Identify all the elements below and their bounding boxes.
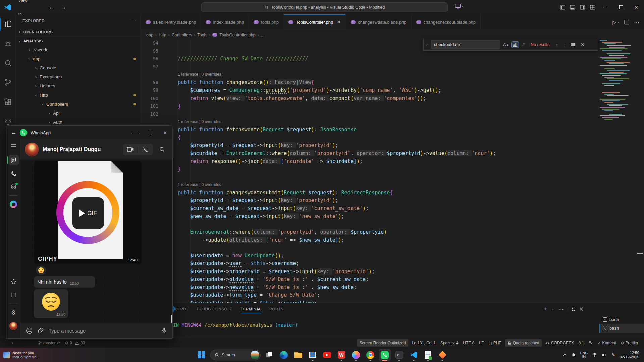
git-branch-item[interactable]: master ⟳ bbox=[36, 339, 63, 347]
wa-archived-tab[interactable] bbox=[6, 288, 20, 302]
status-quota-reached[interactable]: Quota reached bbox=[505, 339, 541, 347]
status-spaces-4[interactable]: Spaces: 4 bbox=[438, 339, 461, 347]
problems-status-item[interactable]: ⊘0 33 bbox=[63, 339, 88, 347]
terminal-app[interactable]: >_ bbox=[393, 349, 405, 361]
wifi-icon[interactable] bbox=[592, 353, 597, 357]
status-8-1[interactable]: 8.1 bbox=[576, 339, 587, 347]
breadcrumb-item[interactable]: app bbox=[146, 33, 153, 37]
minimize-button[interactable]: — bbox=[598, 0, 613, 14]
wa-profile-avatar[interactable] bbox=[6, 319, 20, 333]
activity-run-and-debug[interactable] bbox=[0, 34, 16, 53]
task-view-button[interactable] bbox=[264, 349, 275, 361]
bell-icon[interactable] bbox=[571, 353, 576, 357]
wa-menu-icon[interactable] bbox=[6, 140, 20, 153]
find-input[interactable]: checkoutdate bbox=[431, 40, 500, 49]
activity-source-control[interactable] bbox=[0, 73, 16, 92]
toggle-secondary-sidebar-icon[interactable] bbox=[578, 2, 588, 12]
tree-item-vscode[interactable]: ›.vscode bbox=[16, 45, 141, 54]
customize-layout-icon[interactable] bbox=[588, 2, 598, 12]
open-editors-section[interactable]: ›OPEN EDITORS bbox=[16, 27, 141, 36]
split-editor-icon[interactable] bbox=[624, 20, 629, 25]
tree-item-helpers[interactable]: ›Helpers bbox=[16, 81, 141, 90]
edge-app[interactable] bbox=[278, 349, 289, 361]
status-utf-8[interactable]: UTF-8 bbox=[461, 339, 477, 347]
youtube-app[interactable] bbox=[321, 349, 333, 361]
tab-changeswdate-blade-php[interactable]: changeswdate.blade.php bbox=[346, 14, 412, 30]
tree-item-app[interactable]: ›app bbox=[16, 54, 141, 63]
emoji-picker-icon[interactable] bbox=[26, 327, 33, 334]
wa-back-icon[interactable]: ← bbox=[11, 130, 16, 136]
wa-close-button[interactable]: ✕ bbox=[158, 126, 172, 140]
editor-scrollbar[interactable] bbox=[637, 253, 643, 254]
mic-icon[interactable] bbox=[161, 327, 167, 334]
panel-tab-terminal[interactable]: TERMINAL bbox=[237, 303, 265, 315]
emoji-message[interactable]: 12:50 bbox=[34, 289, 68, 318]
terminal-dropdown-icon[interactable]: ⌄ bbox=[551, 307, 554, 311]
remote-indicator-icon[interactable]: › bbox=[9, 339, 15, 347]
chat-avatar[interactable] bbox=[25, 143, 39, 156]
tab-changecheckout-blade-php[interactable]: changecheckout.blade.php bbox=[412, 14, 481, 30]
restore-button[interactable] bbox=[613, 0, 629, 14]
microsoft-store-app[interactable] bbox=[307, 349, 318, 361]
start-button[interactable] bbox=[196, 349, 207, 361]
find-collapse-icon[interactable]: › bbox=[425, 42, 429, 47]
file-explorer-app[interactable] bbox=[292, 349, 304, 361]
chat-search-icon[interactable] bbox=[155, 144, 168, 155]
breadcrumb-item[interactable]: Controllers bbox=[172, 33, 192, 37]
voice-call-icon[interactable] bbox=[138, 144, 153, 155]
breadcrumb-item[interactable]: Tools bbox=[197, 33, 207, 37]
pen-icon[interactable]: ✎ bbox=[611, 352, 615, 357]
tab-close-icon[interactable]: ✕ bbox=[337, 19, 341, 25]
codelens-reference[interactable]: 1 reference | 0 overrides bbox=[178, 71, 221, 79]
chrome-app[interactable] bbox=[365, 349, 376, 361]
maximize-panel-icon[interactable] bbox=[572, 308, 575, 311]
tray-chevron-up-icon[interactable] bbox=[562, 353, 567, 356]
status-prettier[interactable]: ⊘Prettier bbox=[618, 339, 641, 347]
terminal-entry-bash[interactable]: >_bash bbox=[599, 324, 644, 333]
panel-more-icon[interactable]: ⋯ bbox=[558, 306, 564, 312]
panel-tab-debug-console[interactable]: DEBUG CONSOLE bbox=[193, 303, 236, 315]
minimap[interactable] bbox=[600, 40, 633, 303]
breadcrumb[interactable]: app›Http›Controllers›Tools›ToolsControll… bbox=[141, 30, 644, 39]
wa-starred-tab[interactable] bbox=[6, 275, 20, 288]
message-input[interactable]: Type a message bbox=[49, 328, 157, 334]
activity-search[interactable] bbox=[0, 53, 16, 73]
attach-icon[interactable] bbox=[38, 327, 44, 334]
close-panel-icon[interactable]: ✕ bbox=[579, 306, 584, 312]
whole-word-toggle[interactable]: ab bbox=[512, 42, 519, 48]
wa-chats-tab[interactable] bbox=[6, 153, 20, 167]
editor-more-icon[interactable]: ⋯ bbox=[634, 19, 639, 25]
news-widget[interactable]: News for you IndiGo flight fro... bbox=[0, 351, 67, 359]
cast-icon[interactable]: ⌄ bbox=[454, 3, 464, 9]
status-php[interactable]: { }PHP bbox=[486, 339, 504, 347]
toggle-sidebar-icon[interactable] bbox=[557, 2, 568, 12]
tree-item-exceptions[interactable]: ›Exceptions bbox=[16, 72, 141, 81]
gif-play-button[interactable]: GIF bbox=[72, 197, 104, 229]
match-case-toggle[interactable]: Aa bbox=[502, 42, 509, 48]
tab-tools-php[interactable]: tools.php bbox=[249, 14, 284, 30]
volume-mute-icon[interactable] bbox=[602, 353, 607, 357]
tree-item-api[interactable]: ›Api bbox=[16, 109, 141, 118]
tab-ToolsController-php[interactable]: ToolsController.php✕ bbox=[284, 14, 346, 30]
wa-settings-icon[interactable]: ⚙ bbox=[6, 306, 20, 319]
codelens-reference[interactable]: 1 reference | 0 overrides bbox=[178, 118, 221, 126]
tree-item-http[interactable]: ›Http bbox=[16, 90, 141, 100]
tree-item-console[interactable]: ›Console bbox=[16, 63, 141, 72]
forward-arrow-icon[interactable]: → bbox=[60, 4, 66, 11]
run-php-icon[interactable]: ▷⌄ bbox=[612, 19, 620, 25]
wa-status-tab[interactable] bbox=[6, 180, 20, 193]
status-key-icon[interactable] bbox=[586, 339, 595, 347]
status-lf[interactable]: LF bbox=[477, 339, 486, 347]
codelens-reference[interactable]: 1 reference | 0 overrides bbox=[178, 181, 221, 189]
breadcrumb-item[interactable]: ToolsController.php bbox=[219, 33, 255, 37]
terminal-entry-bash[interactable]: >_bash bbox=[599, 315, 644, 324]
text-message[interactable]: Nhi nhi has lo 12:50 bbox=[34, 276, 95, 288]
panel-tab-ports[interactable]: PORTS bbox=[266, 303, 287, 315]
wa-meta-ai-tab[interactable] bbox=[6, 198, 20, 211]
tab-salebillentry-blade-php[interactable]: salebillentry.blade.php bbox=[141, 14, 201, 30]
back-arrow-icon[interactable]: ← bbox=[49, 4, 54, 11]
tab-index-blade-php[interactable]: index.blade.php bbox=[201, 14, 249, 30]
w-app[interactable]: W bbox=[336, 349, 347, 361]
activity-extensions[interactable] bbox=[0, 92, 16, 112]
wa-calls-tab[interactable] bbox=[6, 167, 20, 180]
